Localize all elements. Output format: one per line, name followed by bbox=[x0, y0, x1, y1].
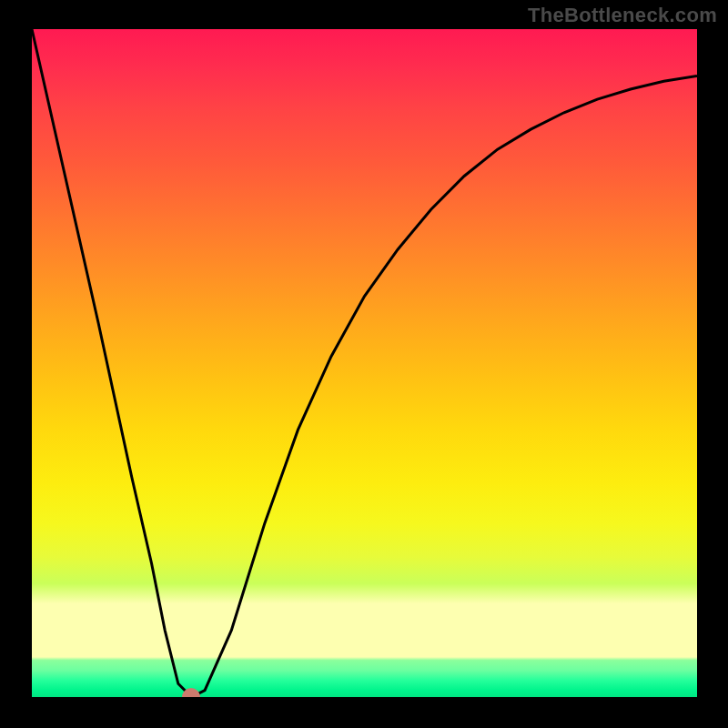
attribution-text: TheBottleneck.com bbox=[528, 4, 717, 27]
plot-area bbox=[32, 29, 697, 697]
chart-frame: TheBottleneck.com bbox=[0, 0, 728, 728]
bottleneck-curve bbox=[32, 29, 697, 697]
